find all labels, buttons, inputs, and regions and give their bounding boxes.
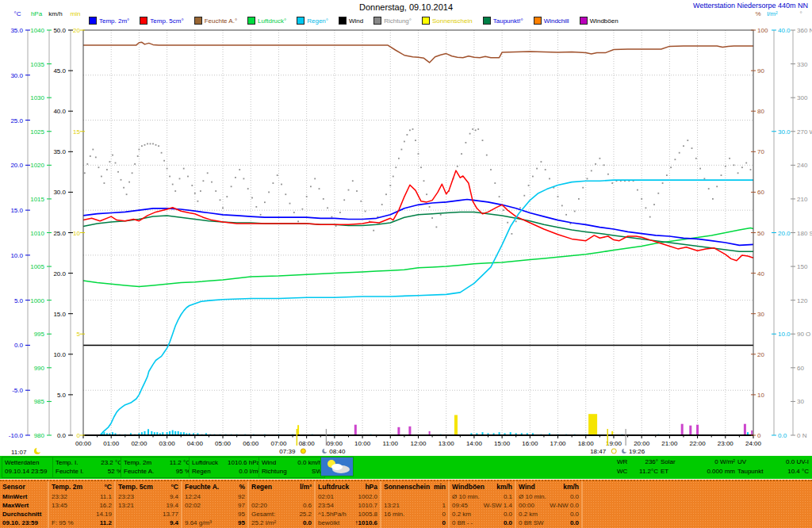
stats-cell-left: 02:20 xyxy=(251,501,267,510)
richtung-dot xyxy=(737,172,739,174)
richtung-dot xyxy=(545,169,546,170)
richtung-dot xyxy=(599,158,601,159)
windboeen-bar xyxy=(408,427,411,435)
axis-tick-label: 0.0 xyxy=(57,432,67,439)
richtung-dot xyxy=(725,166,726,167)
stats-cell-value: 1002.0 xyxy=(358,492,377,501)
stats-cell: 14.19 xyxy=(52,510,112,518)
richtung-dot xyxy=(220,199,221,201)
axis-tick-label: 10 xyxy=(757,392,764,399)
stats-cell-value: 19.4 xyxy=(166,501,178,510)
stats-col-unit: °C xyxy=(104,482,112,492)
stats-cell: 13.77 xyxy=(118,510,178,518)
status-label: Feuchte I. xyxy=(56,467,84,476)
richtung-dot xyxy=(670,166,672,168)
stats-filler xyxy=(583,481,812,528)
richtung-dot xyxy=(243,178,245,180)
stats-col-header: Windkm/h xyxy=(519,482,579,492)
axis-tick-label: 0.0 xyxy=(778,432,787,439)
richtung-dot xyxy=(511,233,513,235)
status-line: Temp. 2m11.2 °C xyxy=(124,458,190,467)
sunset-time: 18:47 xyxy=(590,448,607,455)
richtung-dot xyxy=(169,176,170,178)
stats-cell: 16 min.0 xyxy=(384,510,446,518)
stats-cell-value: 11.1 xyxy=(100,492,112,501)
richtung-dot xyxy=(407,134,408,136)
richtung-dot xyxy=(123,187,124,189)
stats-cell-value: 16.2 xyxy=(99,501,112,510)
status-cell-temp-i: Temp. I.23.2 °CFeuchte I.52 % xyxy=(52,457,125,478)
axis-tick-label: 240 xyxy=(797,162,808,169)
x-tick-label: 18:00 xyxy=(578,440,595,447)
x-tick-label: 11:00 xyxy=(383,440,399,447)
stats-cell: 12:2492 xyxy=(185,492,245,501)
stats-cell-value: 14.19 xyxy=(96,510,112,518)
richtung-dot xyxy=(331,216,333,218)
richtung-dot xyxy=(207,172,209,174)
richtung-dot xyxy=(653,204,655,205)
richtung-dot xyxy=(695,158,697,159)
axis-tick-label: 90 O xyxy=(797,331,810,338)
richtung-dot xyxy=(721,174,722,176)
stats-row-label-text: 09.10. 23:59 xyxy=(2,518,38,527)
windboeen-bar xyxy=(397,427,400,435)
axis-unit-label: ° xyxy=(799,10,802,17)
richtung-dot xyxy=(418,153,419,155)
stats-table: SensorMinWertMaxWertDurchschnitt09.10. 2… xyxy=(0,480,812,528)
x-tick-label: 09:00 xyxy=(327,440,343,447)
status-label: Wetterdaten xyxy=(5,458,39,467)
stats-cell-left: 0.2 km xyxy=(452,510,471,518)
axis-tick-label: 70 xyxy=(757,148,764,155)
richtung-dot xyxy=(348,189,350,191)
richtung-dot xyxy=(503,209,504,211)
status-value: 0.0 UV-I xyxy=(786,457,809,467)
stats-row-label-text: MaxWert xyxy=(2,501,29,510)
richtung-dot xyxy=(385,193,387,195)
stats-cell: 13:4516.2 xyxy=(52,501,112,510)
stats-col-sonnenschein: Sonnenscheinmin13:21116 min.00 xyxy=(381,481,450,528)
status-label: WC xyxy=(617,467,627,476)
stats-cell-left: 23:23 xyxy=(118,492,134,501)
y-axis-min: min20151050 xyxy=(71,10,85,439)
axis-tick-label: 15 xyxy=(73,128,80,136)
sunrise-time: 07:39 xyxy=(279,448,296,455)
stats-cell-left: 9.64 g/m³ xyxy=(185,518,212,527)
richtung-dot xyxy=(86,163,88,165)
richtung-dot xyxy=(187,176,189,178)
richtung-dot xyxy=(222,207,224,209)
richtung-dot xyxy=(281,184,282,186)
axis-tick-label: 980 xyxy=(34,432,45,439)
status-label: Temp. 2m xyxy=(124,458,151,467)
stats-cell-value: 0.0 xyxy=(570,492,579,501)
series-feuchte_a-line xyxy=(83,42,753,63)
status-pair-solar: Solar0 W/m² xyxy=(661,457,735,467)
richtung-dot xyxy=(147,143,148,145)
richtung-dot xyxy=(132,172,133,174)
stats-cell: 9.4 xyxy=(118,518,178,527)
stats-cell-left: 13:45 xyxy=(52,501,67,510)
stats-cell-value: ↑1010.6 xyxy=(355,518,377,527)
stats-cell: ^1.5hPa/h1005.8 xyxy=(318,510,377,518)
richtung-dot xyxy=(339,212,341,213)
richtung-dot xyxy=(603,164,605,166)
x-tick-label: 02:00 xyxy=(131,440,147,447)
regen_intensitaet-bar xyxy=(147,429,149,435)
axis-tick-label: 0 N xyxy=(797,432,807,439)
stats-col-header: Windböenkm/h xyxy=(452,482,512,492)
richtung-dot xyxy=(150,143,151,145)
richtung-dot xyxy=(494,182,496,184)
stats-cell-left: 23:32 xyxy=(52,492,67,501)
status-label: Regen xyxy=(192,467,211,476)
richtung-dot xyxy=(268,192,270,193)
stats-col-unit: l/m² xyxy=(300,482,312,492)
richtung-dot xyxy=(134,163,136,165)
status-value: 1010.6 hPa xyxy=(228,458,260,467)
richtung-dot xyxy=(395,166,396,168)
richtung-dot xyxy=(306,196,308,197)
richtung-dot xyxy=(152,143,154,145)
windboeen-bar xyxy=(354,425,357,435)
stats-col-wind: Windkm/hØ 10 min.0.000:00W-NW 0.00.2 km0… xyxy=(516,481,583,528)
richtung-dot xyxy=(666,174,668,176)
status-pair-uv: UV0.0 UV-I xyxy=(737,457,809,467)
stats-cell-value: 1005.8 xyxy=(358,510,377,518)
